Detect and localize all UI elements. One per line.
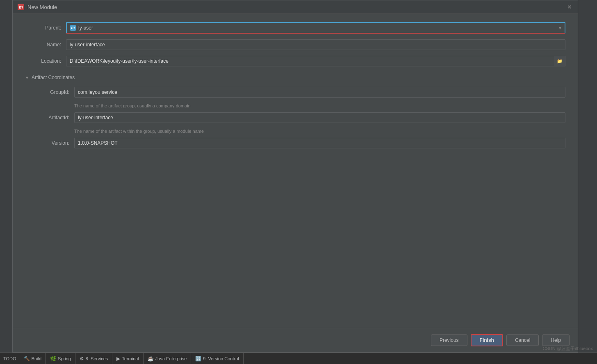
artifact-form: GroupId: The name of the artifact group,… <box>25 87 565 148</box>
artifactId-input-wrapper <box>74 112 565 123</box>
watermark: CSDN @蓝盒子itbluebox <box>543 346 593 352</box>
vcs-icon: 🔢 <box>195 356 201 362</box>
parent-row: Parent: m ly-user ▼ <box>25 22 565 34</box>
help-button[interactable]: Help <box>542 334 570 346</box>
taskbar-vcs[interactable]: 🔢 9: Version Control <box>191 353 243 364</box>
taskbar-spring[interactable]: 🌿 Spring <box>46 353 75 364</box>
groupId-input[interactable] <box>74 87 565 98</box>
terminal-icon: ▶ <box>116 356 120 362</box>
groupId-row: GroupId: <box>33 87 565 98</box>
services-icon: ⚙ <box>80 356 84 362</box>
section-arrow-icon: ▼ <box>25 75 29 80</box>
dialog-icon: m <box>18 4 24 10</box>
finish-button[interactable]: Finish <box>471 334 503 346</box>
artifact-section-header[interactable]: ▼ Artifact Coordinates <box>25 75 565 80</box>
name-row: Name: <box>25 39 565 50</box>
taskbar-terminal-label: Terminal <box>122 356 139 361</box>
artifactId-row: ArtifactId: <box>33 112 565 123</box>
parent-input-wrapper: m ly-user ▼ <box>66 22 565 34</box>
previous-button[interactable]: Previous <box>431 334 467 346</box>
location-wrapper: 📁 <box>66 56 565 66</box>
parent-value: ly-user <box>78 25 93 31</box>
groupId-hint: The name of the artifact group, usually … <box>74 103 565 108</box>
taskbar-build-label: Build <box>32 356 41 361</box>
build-icon: 🔨 <box>24 356 30 362</box>
location-input[interactable] <box>66 56 565 66</box>
close-button[interactable]: ✕ <box>566 4 573 10</box>
taskbar-services[interactable]: ⚙ 8: Services <box>75 353 112 364</box>
location-label: Location: <box>25 58 66 64</box>
name-input[interactable] <box>66 39 565 50</box>
artifactId-label: ArtifactId: <box>33 115 74 121</box>
java-icon: ☕ <box>148 356 154 362</box>
dialog-titlebar: m New Module ✕ <box>13 0 578 14</box>
artifactId-hint: The name of the artifact within the grou… <box>74 129 565 134</box>
taskbar-vcs-label: 9: Version Control <box>203 356 239 361</box>
taskbar-terminal[interactable]: ▶ Terminal <box>112 353 144 364</box>
location-row: Location: 📁 <box>25 56 565 66</box>
parent-field[interactable]: m ly-user <box>66 22 565 34</box>
section-title: Artifact Coordinates <box>32 75 75 80</box>
groupId-label: GroupId: <box>33 89 74 95</box>
dialog-icon-letter: m <box>19 5 23 9</box>
location-browse-button[interactable]: 📁 <box>554 56 565 66</box>
spring-icon: 🌿 <box>50 356 56 362</box>
version-label: Version: <box>33 140 74 146</box>
dialog-content: Parent: m ly-user ▼ Name: Location: 📁 <box>13 14 578 328</box>
cancel-button[interactable]: Cancel <box>506 334 539 346</box>
version-row: Version: <box>33 138 565 148</box>
name-input-wrapper <box>66 39 565 50</box>
m-badge: m <box>70 25 76 31</box>
new-module-dialog: m New Module ✕ Parent: m ly-user ▼ Name: <box>12 0 578 353</box>
version-input-wrapper <box>74 138 565 148</box>
dialog-title: New Module <box>27 4 566 10</box>
groupId-input-wrapper <box>74 87 565 98</box>
taskbar-java[interactable]: ☕ Java Enterprise <box>144 353 191 364</box>
todo-label: TODO <box>0 356 20 361</box>
dialog-footer: Previous Finish Cancel Help <box>13 328 578 352</box>
version-input[interactable] <box>74 138 565 148</box>
name-label: Name: <box>25 42 66 48</box>
ide-sidebar <box>0 0 12 364</box>
taskbar-java-label: Java Enterprise <box>155 356 187 361</box>
parent-label: Parent: <box>25 25 66 31</box>
taskbar-spring-label: Spring <box>58 356 71 361</box>
taskbar-services-label: 8: Services <box>86 356 108 361</box>
taskbar-build[interactable]: 🔨 Build <box>20 353 46 364</box>
artifactId-input[interactable] <box>74 112 565 123</box>
taskbar: TODO 🔨 Build 🌿 Spring ⚙ 8: Services ▶ Te… <box>0 353 597 364</box>
